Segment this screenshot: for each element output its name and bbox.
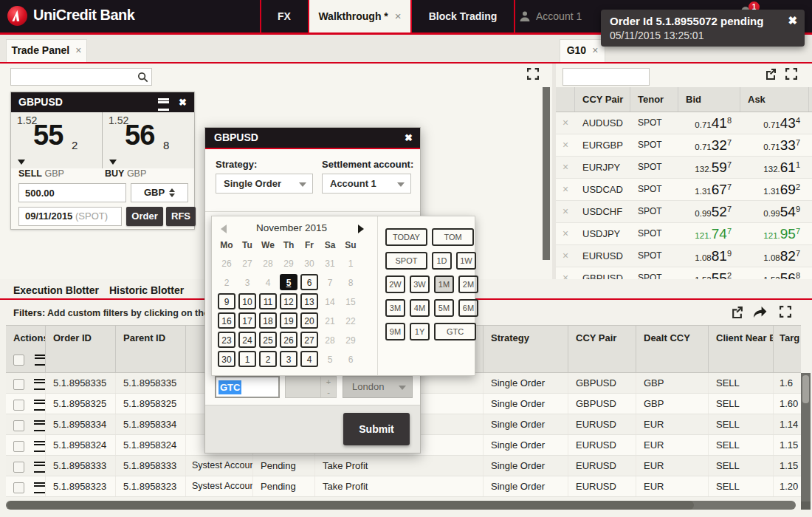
tenor-2w-button[interactable]: 2W [385,275,405,293]
popout-icon[interactable] [731,306,744,319]
order-row[interactable]: 5.1.8958333 5.1.8958333 Systest Account … [6,456,801,476]
expand-panel-icon[interactable] [780,306,793,319]
horizontal-scrollbar[interactable] [6,501,796,510]
calendar-day[interactable]: 3 [280,351,297,367]
calendar-day[interactable]: 4 [300,351,318,367]
tenor-6m-button[interactable]: 6M [458,299,478,317]
remove-pair-icon[interactable]: × [556,157,575,178]
bid-cell[interactable]: 0.99527 [678,201,740,222]
close-tab-icon[interactable]: × [395,10,402,22]
ccy-stepper[interactable]: GBP [131,183,188,202]
calendar-day[interactable]: 2 [259,351,277,367]
dialog-close-icon[interactable]: ✖ [405,128,413,148]
bid-cell[interactable]: 1.31677 [678,179,740,200]
row-menu-icon[interactable] [34,482,45,493]
calendar-day[interactable]: 19 [280,312,297,329]
row-menu-icon[interactable] [34,462,45,473]
calendar-day[interactable]: 13 [300,293,318,309]
tenor-2m-button[interactable]: 2M [458,275,478,293]
calendar-day[interactable]: 9 [218,293,235,309]
tenor-1y-button[interactable]: 1Y [410,323,430,340]
tenor-spot-button[interactable]: SPOT [385,252,427,270]
tab-g10[interactable]: G10× [560,39,605,62]
bid-cell[interactable]: 1.08819 [678,245,740,267]
strategy-select[interactable]: Single Order [216,174,313,194]
tenor-today-button[interactable]: TODAY [385,228,427,246]
calendar-day[interactable]: 1 [238,351,256,367]
tab-historic-blotter[interactable]: Historic Blotter [109,284,184,296]
venue-select[interactable]: London [343,376,413,398]
tenor-input[interactable]: GTC [215,376,280,398]
header-strategy[interactable]: Strategy [484,326,568,372]
menu-icon[interactable] [35,355,46,366]
expand-panel-icon[interactable] [527,68,540,81]
tab-execution-blotter[interactable]: Execution Blotter [13,284,99,296]
calendar-day[interactable]: 17 [238,312,256,329]
ask-cell[interactable]: 1.52568 [740,267,809,279]
ask-cell[interactable]: 1.31692 [740,179,809,200]
select-all-checkbox[interactable] [13,355,24,366]
notification-toast[interactable]: Order Id 5.1.8955072 pending 05/11/2015 … [601,10,805,47]
header-actions[interactable]: Actions [6,326,46,372]
tile-menu-icon[interactable] [158,98,169,111]
header-order-id[interactable]: Order ID [46,326,116,372]
remove-pair-icon[interactable]: × [556,245,575,267]
buy-price-button[interactable]: 1.52 56 8 [103,112,194,168]
header-dealt-ccy[interactable]: Dealt CCY [636,326,709,372]
tenor-1d-button[interactable]: 1D [432,252,452,270]
ask-cell[interactable]: 1.08827 [740,245,809,267]
calendar-day[interactable]: 26 [280,332,297,348]
row-checkbox[interactable] [13,441,24,452]
calendar-day[interactable]: 24 [238,332,256,348]
instrument-search[interactable] [10,68,152,86]
ask-cell[interactable]: 0.99549 [740,201,809,222]
header-client-near-base[interactable]: Client Near Bas [709,326,774,372]
row-checkbox[interactable] [13,462,24,473]
calendar-day[interactable]: 6 [300,274,318,290]
expand-panel-icon[interactable] [785,68,799,81]
row-menu-icon[interactable] [34,420,45,431]
calendar-day[interactable]: 11 [259,293,277,309]
calendar-day[interactable]: 20 [300,312,318,329]
rfs-button[interactable]: RFS [166,207,196,226]
ask-cell[interactable]: 0.71337 [740,134,809,156]
remove-pair-icon[interactable]: × [556,179,575,200]
order-button[interactable]: Order [126,207,163,226]
calendar-day[interactable]: 27 [300,332,318,348]
tab-trade-panel[interactable]: Trade Panel× [6,39,87,62]
calendar-day[interactable]: 30 [218,351,235,367]
search-input[interactable] [14,69,126,86]
g10-search-input[interactable] [566,69,636,86]
tab-walkthrough[interactable]: Walkthrough *× [309,0,410,32]
popout-icon[interactable] [765,68,778,81]
calendar-day-selected[interactable]: 5 [280,274,297,290]
submit-button[interactable]: Submit [343,413,410,445]
sell-price-button[interactable]: 1.52 55 2 [11,112,103,168]
ask-cell[interactable]: 132.611 [740,157,809,178]
amount-input[interactable] [18,183,126,202]
calendar-day[interactable]: 25 [259,332,277,348]
row-menu-icon[interactable] [34,441,45,452]
value-date-field[interactable]: 09/11/2015 (SPOT) [18,207,122,226]
row-checkbox[interactable] [13,400,24,411]
ask-cell[interactable]: 0.71434 [740,112,809,134]
calendar-day[interactable]: 12 [280,293,297,309]
row-checkbox[interactable] [13,379,24,390]
row-menu-icon[interactable] [34,400,45,411]
bid-cell[interactable]: 1.52552 [678,267,740,279]
remove-pair-icon[interactable]: × [556,267,575,279]
vertical-scrollbar[interactable] [801,373,811,501]
bid-cell[interactable]: 121.747 [678,223,740,244]
calendar-day[interactable]: 23 [218,332,235,348]
remove-pair-icon[interactable]: × [556,201,575,222]
header-tenor[interactable]: Tenor [630,87,678,112]
header-target[interactable]: Targ [774,326,801,372]
header-bid[interactable]: Bid [678,87,740,112]
tab-block-trading[interactable]: Block Trading [412,0,514,32]
settlement-select[interactable]: Account 1 [322,174,411,194]
row-menu-icon[interactable] [34,379,45,390]
close-tab-icon[interactable]: × [75,44,81,56]
order-row[interactable]: 5.1.8958323 5.1.8958323 Systest Account … [6,476,801,497]
spin-down-button[interactable]: - [321,387,336,397]
share-icon[interactable] [753,306,766,319]
